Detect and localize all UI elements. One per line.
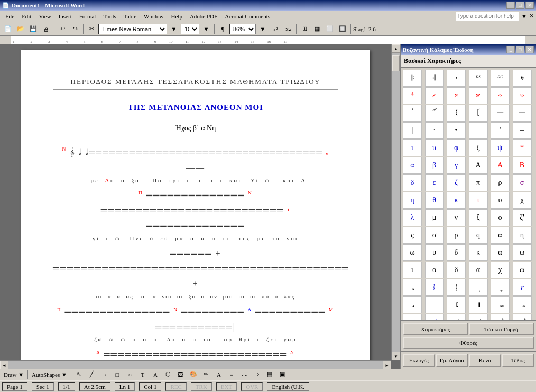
char-25[interactable]: ι (403, 139, 422, 156)
scroll-down-button[interactable]: ▼ (392, 352, 400, 360)
doc-canvas[interactable]: ΠΕΡΙΟΔΟΣ ΜΕΓΑΛΗΣ ΤΕΣΣΑΡΑΚΟΣΤΗΣ ΜΑΘΗΜΑΤΑ … (0, 44, 391, 360)
font-size-select[interactable]: 10 (181, 24, 199, 34)
char-1[interactable]: 𝄆 (403, 70, 422, 87)
char-8[interactable]: 𝄍 (425, 87, 444, 104)
char-34[interactable]: A (469, 157, 488, 174)
menu-tools[interactable]: Tools (100, 12, 119, 21)
redo-button[interactable]: ↪ (69, 23, 81, 35)
font-color-btn[interactable]: A (213, 369, 225, 380)
misc-btn2[interactable]: 🔲 (337, 23, 348, 35)
scroll-track-v[interactable] (392, 53, 400, 352)
clipart-btn[interactable]: 🖼 (175, 369, 187, 380)
cut-button[interactable]: ✂ (86, 23, 97, 35)
panel-chars-btn[interactable]: Χαρακτήρες (403, 323, 468, 335)
menu-view[interactable]: View (35, 12, 54, 21)
char-43[interactable]: η (403, 192, 422, 209)
char-76[interactable]: 𝆊 (469, 279, 488, 296)
char-66[interactable]: ω (513, 244, 532, 261)
dash-style-btn[interactable]: - - (238, 369, 250, 380)
char-32[interactable]: β (425, 157, 444, 174)
menu-format[interactable]: Format (76, 12, 99, 21)
line-btn[interactable]: ╱ (86, 369, 98, 380)
rect-btn[interactable]: □ (112, 369, 123, 380)
menu-edit[interactable]: Edit (19, 12, 34, 21)
superscript-x2[interactable]: x² (270, 23, 281, 35)
char-12[interactable]: 𝄑 (513, 87, 532, 104)
char-42[interactable]: σ (513, 174, 532, 191)
panel-fthorai-btn[interactable]: Φθορές (403, 337, 534, 349)
panel-telos-btn[interactable]: Τέλος (502, 354, 534, 367)
panel-keno-btn[interactable]: Κενό (469, 354, 501, 367)
char-44[interactable]: θ (425, 192, 444, 209)
char-40[interactable]: π (469, 174, 488, 191)
char-69[interactable]: δ (447, 262, 466, 278)
char-21[interactable]: • (447, 122, 466, 139)
char-13[interactable]: 𝄒 (403, 105, 422, 122)
ask-arrow[interactable]: ▼ (521, 13, 527, 20)
char-49[interactable]: λ (403, 209, 422, 226)
char-54[interactable]: ζ' (513, 209, 532, 226)
char-11[interactable]: 𝄐 (491, 87, 510, 104)
char-17[interactable]: 𝄖 (491, 105, 510, 122)
char-19[interactable]: | (403, 122, 422, 139)
menu-table[interactable]: Table (121, 12, 140, 21)
scroll-track-h[interactable] (8, 361, 383, 369)
char-15[interactable]: 𝄔 (447, 105, 466, 122)
save-button[interactable]: 💾 (27, 23, 39, 35)
char-87[interactable]: 𝅘𝅥𝅮 (447, 314, 466, 320)
print-button[interactable]: 🖨 (40, 23, 52, 35)
char-24[interactable]: – (513, 122, 532, 139)
char-28[interactable]: ξ (469, 139, 488, 156)
oval-btn[interactable]: ○ (124, 369, 136, 380)
line-color-btn[interactable]: ✏ (200, 369, 212, 380)
char-79[interactable]: 𝅘 (403, 296, 422, 313)
char-45[interactable]: κ (447, 192, 466, 209)
char-50[interactable]: μ (425, 209, 444, 226)
char-14[interactable]: 𝄓 (425, 105, 444, 122)
scroll-thumb-v[interactable] (392, 55, 400, 71)
arrow-btn[interactable]: → (99, 369, 110, 380)
menu-adobe[interactable]: Adobe PDF (187, 12, 220, 21)
maximize-button[interactable]: □ (516, 2, 524, 9)
char-7[interactable]: 𝄌 (403, 87, 422, 104)
char-71[interactable]: χ (491, 262, 510, 278)
char-65[interactable]: α (491, 244, 510, 261)
menu-acrobat[interactable]: Acrobat Comments (221, 12, 273, 21)
char-63[interactable]: δ (447, 244, 466, 261)
char-16[interactable]: 𝄕 (469, 105, 488, 122)
diagram-btn[interactable]: ⬡ (162, 369, 174, 380)
zoom-dropdown[interactable]: ▼ (257, 23, 269, 35)
line-style-btn[interactable]: ≡ (226, 369, 237, 380)
char-33[interactable]: γ (447, 157, 466, 174)
char-88[interactable]: 𝅘𝅥𝅯 (469, 314, 488, 320)
char-27[interactable]: φ (447, 139, 466, 156)
char-6[interactable]: 𝄋 (513, 70, 532, 87)
char-23[interactable]: ' (491, 122, 510, 139)
scroll-left-button[interactable]: ◄ (0, 361, 8, 369)
char-39[interactable]: ζ (447, 174, 466, 191)
char-35[interactable]: Α (491, 157, 510, 174)
fill-color-btn[interactable]: 🎨 (188, 369, 199, 380)
autoshapes-dropdown[interactable]: AutoShapes ▼ (30, 369, 69, 380)
new-button[interactable]: 📄 (2, 23, 14, 35)
char-86[interactable]: 𝅘𝅥 (425, 314, 444, 320)
char-26[interactable]: υ (425, 139, 444, 156)
menu-window[interactable]: Window (141, 12, 167, 21)
menu-file[interactable]: File (2, 12, 17, 21)
menu-help[interactable]: Help (168, 12, 186, 21)
char-60[interactable]: η (513, 227, 532, 244)
char-78[interactable]: 𝆌 (513, 279, 532, 296)
char-38[interactable]: ε (425, 174, 444, 191)
char-52[interactable]: ξ (469, 209, 488, 226)
table-grid-btn[interactable]: ⊞ (299, 23, 310, 35)
char-41[interactable]: ρ (491, 174, 510, 191)
draw-dropdown[interactable]: Draw ▼ (2, 369, 25, 380)
char-29[interactable]: ψ (491, 139, 510, 156)
char-68[interactable]: ο (425, 262, 444, 278)
char-46[interactable]: τ (469, 192, 488, 209)
open-button[interactable]: 📂 (15, 23, 26, 35)
panel-title-buttons[interactable]: _ □ ✕ (506, 46, 534, 53)
ask-input[interactable] (456, 12, 519, 21)
char-85[interactable]: 𝅗𝅥 (403, 314, 422, 320)
char-77[interactable]: 𝆋 (491, 279, 510, 296)
